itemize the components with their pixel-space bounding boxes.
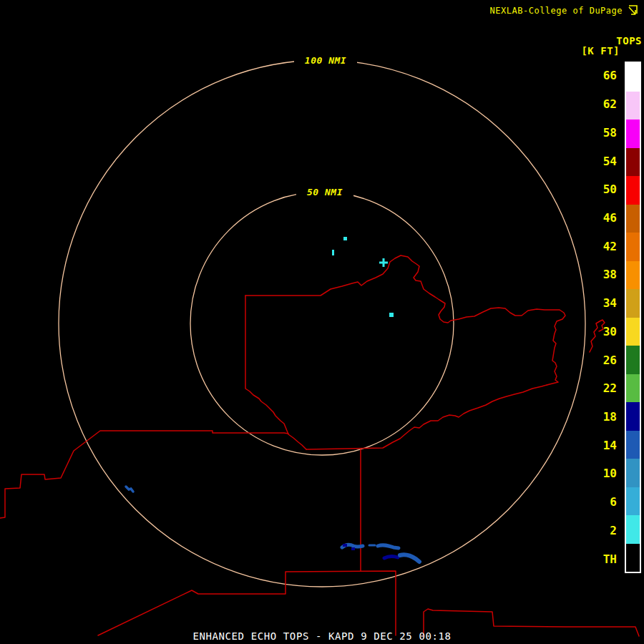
echo-cyan-dot — [343, 237, 347, 240]
range-ring-label-100nmi: 100 NMI — [294, 54, 357, 67]
legend-band-62 — [626, 92, 640, 120]
legend-band-46 — [626, 205, 640, 233]
range-ring-label-50nmi: 50 NMI — [296, 186, 353, 198]
legend-title: TOPS — [616, 35, 642, 47]
legend-band-10 — [626, 459, 640, 487]
legend-label-10: 10 — [569, 459, 620, 488]
legend-label-6: 6 — [569, 488, 620, 517]
legend-label-14: 14 — [569, 431, 620, 459]
legend-band-66 — [626, 63, 640, 92]
legend-band-TH — [626, 544, 640, 572]
legend-label-38: 38 — [569, 260, 620, 289]
legend-label-58: 58 — [569, 118, 620, 147]
legend-band-42 — [626, 233, 640, 261]
legend-band-18 — [626, 402, 640, 431]
legend-band-30 — [626, 318, 640, 346]
echo-cyan-dash — [332, 250, 334, 255]
echo-blue-streak — [378, 545, 399, 548]
echo-navy-bit — [351, 547, 355, 550]
legend-label-30: 30 — [569, 317, 620, 346]
range-ring-100nmi — [59, 60, 585, 587]
radar-echoes — [126, 237, 419, 562]
echo-navy-streak — [384, 557, 398, 558]
legend-band-22 — [626, 374, 640, 403]
legend-band-34 — [626, 289, 640, 318]
county-boundaries — [0, 255, 639, 637]
legend-label-66: 66 — [569, 62, 620, 90]
legend-band-14 — [626, 431, 640, 459]
legend-label-42: 42 — [569, 232, 620, 260]
echo-blue-streak — [126, 487, 133, 492]
legend-label-50: 50 — [569, 175, 620, 204]
legend-label-22: 22 — [569, 374, 620, 403]
echo-navy-bit — [343, 544, 347, 547]
legend-band-58 — [626, 119, 640, 148]
legend-label-34: 34 — [569, 289, 620, 318]
legend-label-2: 2 — [569, 517, 620, 545]
radar-site-marker-icon — [379, 258, 388, 267]
legend-label-26: 26 — [569, 346, 620, 374]
legend-band-2 — [626, 515, 640, 544]
legend-band-26 — [626, 346, 640, 374]
legend-colorbar — [625, 62, 641, 573]
echo-cyan-dot — [389, 313, 394, 317]
legend-label-TH: TH — [569, 545, 620, 573]
radar-map-canvas[interactable] — [0, 0, 644, 644]
legend-band-54 — [626, 148, 640, 177]
legend-band-50 — [626, 176, 640, 205]
echo-blue-streak — [400, 555, 419, 562]
header-title: NEXLAB-College of DuPage — [490, 6, 623, 16]
legend-band-6 — [626, 487, 640, 516]
legend-band-38 — [626, 261, 640, 290]
external-arrow-icon[interactable] — [626, 4, 639, 17]
legend-label-18: 18 — [569, 403, 620, 431]
header: NEXLAB-College of DuPage — [490, 4, 639, 17]
product-status-line: ENHANCED ECHO TOPS - KAPD 9 DEC 25 00:18 — [0, 630, 644, 642]
legend-units: [K FT] — [581, 45, 620, 57]
legend-label-62: 62 — [569, 90, 620, 119]
legend-labels: 66625854504642383430262218141062TH — [569, 62, 620, 573]
radar-viewer: NEXLAB-College of DuPage TOPS [K FT] 666… — [0, 0, 644, 644]
legend-label-54: 54 — [569, 147, 620, 175]
legend-label-46: 46 — [569, 204, 620, 233]
range-ring-50nmi — [190, 192, 454, 455]
